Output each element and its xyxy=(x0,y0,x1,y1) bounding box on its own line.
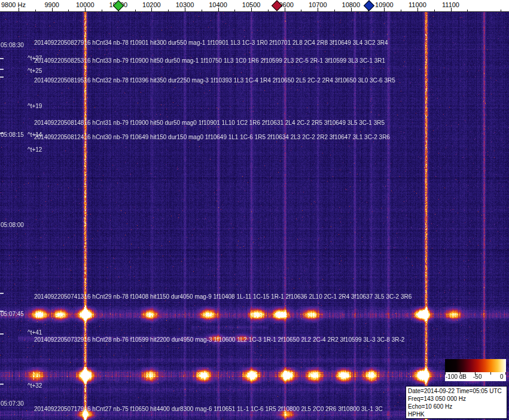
frequency-axis: 9800 Hz990010000101001020010300104001050… xyxy=(0,0,509,12)
db-scale-tick xyxy=(475,372,476,375)
freq-tick-label: 9800 Hz xyxy=(1,1,26,8)
freq-tick xyxy=(19,8,19,11)
freq-tick-minor xyxy=(68,10,69,11)
freq-tick xyxy=(285,8,285,11)
db-scale-label: 0 xyxy=(500,373,504,380)
freq-tick-minor xyxy=(467,10,468,11)
freq-tick-minor xyxy=(501,10,501,11)
freq-tick xyxy=(85,8,86,11)
freq-tick xyxy=(52,8,53,11)
freq-tick xyxy=(351,8,352,11)
freq-tick-minor xyxy=(334,10,335,11)
freq-tick xyxy=(251,8,252,11)
info-box: Date=2014-09-22 Time=05:05 UTC Freq=143 … xyxy=(406,386,507,419)
freq-tick xyxy=(417,8,418,11)
freq-tick-minor xyxy=(234,10,235,11)
db-scale-tick xyxy=(490,372,491,375)
db-gradient-bar xyxy=(445,359,506,372)
freq-tick-minor xyxy=(268,10,269,11)
freq-tick-minor xyxy=(401,10,401,11)
db-scale-tick xyxy=(445,372,446,375)
freq-tick xyxy=(318,8,318,11)
db-scale-label: -100 dB xyxy=(446,373,467,380)
db-scale-legend: -100 dB -50 0 xyxy=(445,359,506,381)
freq-tick xyxy=(451,8,452,11)
waterfall-canvas[interactable] xyxy=(0,12,509,420)
spectrogram-window: 9800 Hz990010000101001020010300104001050… xyxy=(0,0,509,420)
freq-tick-minor xyxy=(168,10,169,11)
freq-tick-minor xyxy=(102,10,102,11)
freq-tick xyxy=(185,8,185,11)
freq-tick-minor xyxy=(202,10,202,11)
freq-tick-minor xyxy=(35,10,36,11)
info-line-freq: Freq=143 050 000 Hz xyxy=(408,395,505,403)
marker-diamond-blue[interactable] xyxy=(364,0,374,11)
freq-tick-minor xyxy=(301,10,301,11)
info-line-station: HPHK xyxy=(408,410,505,418)
freq-tick xyxy=(384,8,385,11)
db-scale-labels: -100 dB -50 0 xyxy=(445,372,506,381)
freq-tick xyxy=(151,8,152,11)
info-line-date: Date=2014-09-22 Time=05:05 UTC xyxy=(408,387,505,395)
db-scale-tick xyxy=(505,372,506,375)
freq-tick-minor xyxy=(434,10,435,11)
db-scale-tick xyxy=(460,372,461,375)
freq-tick xyxy=(218,8,219,11)
info-line-echo: Echo=10 600 Hz xyxy=(408,403,505,410)
freq-tick-minor xyxy=(135,10,136,11)
